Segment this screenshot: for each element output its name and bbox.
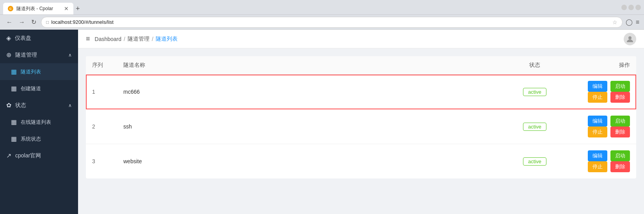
sidebar-item-cpolar[interactable]: ↗ cpolar官网 — [0, 147, 78, 164]
extensions-button[interactable]: ◯ — [626, 18, 633, 26]
tunnels-table: 序列 隧道名称 状态 操作 1 mc666 active — [86, 56, 636, 178]
dashboard-icon: ◈ — [6, 34, 11, 42]
table-row: 3 website active 编辑 启动 停止 删除 — [86, 144, 636, 179]
tunnel-list-icon: ▦ — [11, 68, 17, 75]
row2-stop-button[interactable]: 停止 — [588, 127, 607, 137]
system-status-icon: ▦ — [11, 135, 17, 143]
row2-actions: 编辑 启动 停止 删除 — [558, 109, 636, 144]
row1-status: active — [511, 75, 558, 109]
sidebar-system-status-label: 系统状态 — [21, 136, 41, 143]
cpolar-icon: ↗ — [6, 152, 11, 159]
row2-name: ssh — [117, 109, 511, 144]
row3-index: 3 — [86, 144, 117, 179]
app-layout: ◈ 仪表盘 ⊕ 隧道管理 ∧ ▦ 隧道列表 ▦ 创建隧道 ✿ 状态 ∧ ▦ — [0, 30, 644, 214]
tunnel-mgmt-icon: ⊕ — [6, 51, 11, 59]
online-tunnels-icon: ▦ — [11, 118, 17, 126]
sidebar-section-left: ⊕ 隧道管理 — [6, 51, 37, 59]
breadcrumb-sep2: / — [152, 36, 153, 42]
sidebar-item-dashboard[interactable]: ◈ 仪表盘 — [0, 30, 78, 46]
row3-status-badge: active — [523, 157, 546, 166]
maximize-button[interactable]: □ — [628, 5, 634, 10]
browser-tab[interactable]: C 隧道列表 - Cpolar ✕ — [3, 3, 73, 14]
user-avatar[interactable] — [624, 33, 636, 45]
row2-delete-button[interactable]: 删除 — [610, 127, 630, 137]
browser-tabs: C 隧道列表 - Cpolar ✕ + — [3, 0, 618, 14]
breadcrumb: Dashboard / 隧道管理 / 隧道列表 — [95, 36, 178, 43]
row2-edit-button[interactable]: 编辑 — [588, 116, 607, 127]
address-bar[interactable]: □ localhost:9200/#/tunnels/list ☆ — [41, 17, 623, 28]
tab-title: 隧道列表 - Cpolar — [16, 5, 53, 12]
sidebar-item-tunnel-list[interactable]: ▦ 隧道列表 — [0, 63, 78, 80]
table-header: 序列 隧道名称 状态 操作 — [86, 56, 636, 75]
row1-edit-button[interactable]: 编辑 — [588, 81, 607, 92]
sidebar-create-tunnel-label: 创建隧道 — [21, 85, 41, 92]
row1-actions: 编辑 启动 停止 删除 — [558, 75, 636, 109]
content-area: 序列 隧道名称 状态 操作 1 mc666 active — [78, 48, 644, 186]
row3-actions: 编辑 启动 停止 删除 — [558, 144, 636, 179]
address-text: localhost:9200/#/tunnels/list — [51, 19, 610, 25]
sidebar-cpolar-label: cpolar官网 — [15, 152, 41, 159]
sidebar-status-left: ✿ 状态 — [6, 102, 26, 109]
row3-delete-button[interactable]: 删除 — [610, 161, 630, 172]
row1-stop-button[interactable]: 停止 — [588, 92, 607, 103]
status-chevron: ∧ — [68, 103, 72, 108]
sidebar-online-tunnels-label: 在线隧道列表 — [21, 119, 51, 126]
sidebar-section-status[interactable]: ✿ 状态 ∧ — [0, 97, 78, 114]
row3-stop-button[interactable]: 停止 — [588, 161, 607, 172]
table-row: 1 mc666 active 编辑 启动 停止 删除 — [86, 75, 636, 109]
row1-start-button[interactable]: 启动 — [610, 81, 630, 92]
breadcrumb-current: 隧道列表 — [156, 36, 178, 43]
sidebar-dashboard-label: 仪表盘 — [15, 35, 31, 42]
row2-start-button[interactable]: 启动 — [610, 116, 630, 127]
sidebar-item-online-tunnels[interactable]: ▦ 在线隧道列表 — [0, 114, 78, 130]
col-header-name: 隧道名称 — [117, 56, 511, 75]
sidebar: ◈ 仪表盘 ⊕ 隧道管理 ∧ ▦ 隧道列表 ▦ 创建隧道 ✿ 状态 ∧ ▦ — [0, 30, 78, 214]
row3-name: website — [117, 144, 511, 179]
tab-favicon: C — [8, 6, 13, 11]
table-header-row: 序列 隧道名称 状态 操作 — [86, 56, 636, 75]
sidebar-tunnel-list-label: 隧道列表 — [21, 68, 41, 75]
forward-button[interactable]: → — [17, 18, 27, 27]
minimize-button[interactable]: ─ — [621, 5, 627, 10]
close-button[interactable]: ✕ — [635, 5, 641, 10]
top-bar: ≡ Dashboard / 隧道管理 / 隧道列表 — [78, 30, 644, 48]
row1-index: 1 — [86, 75, 117, 109]
back-button[interactable]: ← — [5, 18, 14, 27]
row1-delete-button[interactable]: 删除 — [610, 92, 630, 103]
status-section-icon: ✿ — [6, 102, 11, 109]
bookmark-button[interactable]: ☆ — [612, 19, 617, 25]
table-body: 1 mc666 active 编辑 启动 停止 删除 — [86, 75, 636, 179]
create-tunnel-icon: ▦ — [11, 85, 17, 92]
reload-button[interactable]: ↻ — [30, 18, 38, 27]
breadcrumb-sep1: / — [124, 36, 125, 42]
sidebar-item-create-tunnel[interactable]: ▦ 创建隧道 — [0, 80, 78, 97]
table-container: 序列 隧道名称 状态 操作 1 mc666 active — [86, 56, 636, 178]
col-header-actions: 操作 — [558, 56, 636, 75]
col-header-index: 序列 — [86, 56, 117, 75]
row2-status-badge: active — [523, 123, 546, 131]
row1-name: mc666 — [117, 75, 511, 109]
browser-chrome: C 隧道列表 - Cpolar ✕ + ─ □ ✕ — [0, 0, 644, 15]
hamburger-icon[interactable]: ≡ — [86, 35, 90, 43]
breadcrumb-dashboard[interactable]: Dashboard — [95, 36, 122, 42]
sidebar-item-system-status[interactable]: ▦ 系统状态 — [0, 130, 78, 147]
window-controls: ─ □ ✕ — [621, 5, 641, 10]
tunnel-mgmt-chevron: ∧ — [68, 52, 72, 58]
table-row: 2 ssh active 编辑 启动 停止 删除 — [86, 109, 636, 144]
row1-status-badge: active — [523, 88, 546, 96]
row3-start-button[interactable]: 启动 — [610, 150, 630, 161]
row3-status: active — [511, 144, 558, 179]
security-icon: □ — [46, 20, 49, 25]
breadcrumb-tunnel-mgmt[interactable]: 隧道管理 — [128, 36, 149, 43]
row2-index: 2 — [86, 109, 117, 144]
browser-toolbar: ← → ↻ □ localhost:9200/#/tunnels/list ☆ … — [0, 15, 644, 30]
new-tab-button[interactable]: + — [73, 3, 82, 14]
row3-edit-button[interactable]: 编辑 — [588, 150, 607, 161]
toolbar-icons: ◯ ≡ — [626, 18, 639, 26]
sidebar-status-label: 状态 — [15, 102, 26, 109]
row2-status: active — [511, 109, 558, 144]
tab-close-button[interactable]: ✕ — [64, 5, 69, 12]
sidebar-tunnel-mgmt-label: 隧道管理 — [15, 52, 37, 59]
sidebar-section-tunnel-mgmt[interactable]: ⊕ 隧道管理 ∧ — [0, 46, 78, 63]
menu-button[interactable]: ≡ — [636, 19, 639, 26]
